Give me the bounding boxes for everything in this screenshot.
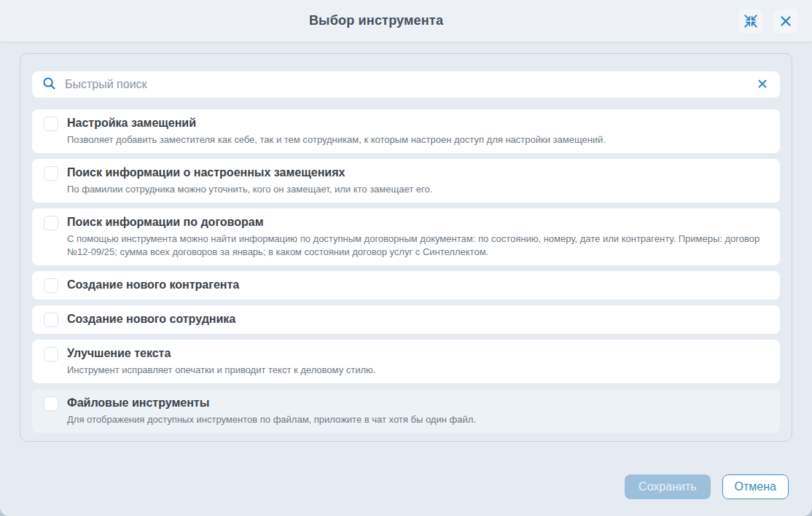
search-input[interactable] [63,77,748,92]
tool-checkbox[interactable] [44,166,58,181]
expand-dialog-button[interactable] [738,9,763,34]
close-icon [779,15,792,28]
tool-title: Создание нового сотрудника [67,311,235,327]
tool-title: Улучшение текста [67,345,375,361]
search-icon [42,77,56,93]
clear-x-icon [757,78,768,92]
tool-text: Файловые инструменты Для отображения дос… [67,395,476,426]
tool-text: Создание нового контрагента [67,277,239,293]
tool-selection-dialog: Выбор инструмента [0,0,812,516]
dialog-body: Настройка замещений Позволяет добавить з… [0,42,812,516]
tool-text: Создание нового сотрудника [67,311,235,327]
tool-row-text-improvement[interactable]: Улучшение текста Инструмент исправляет о… [32,340,780,383]
tool-description: По фамилии сотрудника можно уточнить, ко… [67,183,432,196]
tool-checkbox[interactable] [44,313,58,327]
tool-row-contract-search[interactable]: Поиск информации по договорам С помощью … [32,208,780,265]
tool-row-substitution-search[interactable]: Поиск информации о настроенных замещения… [32,159,780,203]
tool-text: Настройка замещений Позволяет добавить з… [67,115,606,146]
tool-text: Улучшение текста Инструмент исправляет о… [67,345,375,377]
tool-description: С помощью инструмента можно найти информ… [67,232,768,259]
tool-text: Поиск информации по договорам С помощью … [67,214,768,259]
tool-row-new-counterparty[interactable]: Создание нового контрагента [32,271,780,300]
tool-list: Настройка замещений Позволяет добавить з… [32,109,780,433]
tool-checkbox[interactable] [44,396,58,411]
dialog-header: Выбор инструмента [0,0,812,42]
save-button[interactable]: Сохранить [625,474,711,499]
tool-checkbox[interactable] [44,117,58,131]
tool-title: Создание нового контрагента [67,277,239,293]
tool-checkbox[interactable] [44,347,58,361]
tool-checkbox[interactable] [44,216,58,230]
tool-text: Поиск информации о настроенных замещения… [67,165,432,196]
tool-description: Позволяет добавить заместителя как себе,… [67,133,606,146]
tool-checkbox[interactable] [44,278,58,293]
tool-title: Поиск информации по договорам [67,214,768,230]
close-dialog-button[interactable] [773,9,798,34]
dialog-title: Выбор инструмента [14,13,738,28]
tool-row-new-employee[interactable]: Создание нового сотрудника [32,305,780,334]
tool-title: Файловые инструменты [67,395,476,411]
clear-search-button[interactable] [755,77,770,93]
tool-title: Настройка замещений [67,115,606,131]
tool-description: Для отображения доступных инструментов п… [67,413,476,426]
tool-title: Поиск информации о настроенных замещения… [67,165,432,181]
dialog-footer: Сохранить Отмена [20,442,792,499]
tools-panel: Настройка замещений Позволяет добавить з… [20,53,792,442]
tool-description: Инструмент исправляет опечатки и приводи… [67,364,375,377]
cancel-button[interactable]: Отмена [722,474,789,499]
tool-row-file-tools[interactable]: Файловые инструменты Для отображения дос… [32,389,780,433]
tool-row-substitution-setup[interactable]: Настройка замещений Позволяет добавить з… [32,109,780,153]
compress-arrows-icon [743,13,759,29]
quick-search-box [32,71,780,98]
